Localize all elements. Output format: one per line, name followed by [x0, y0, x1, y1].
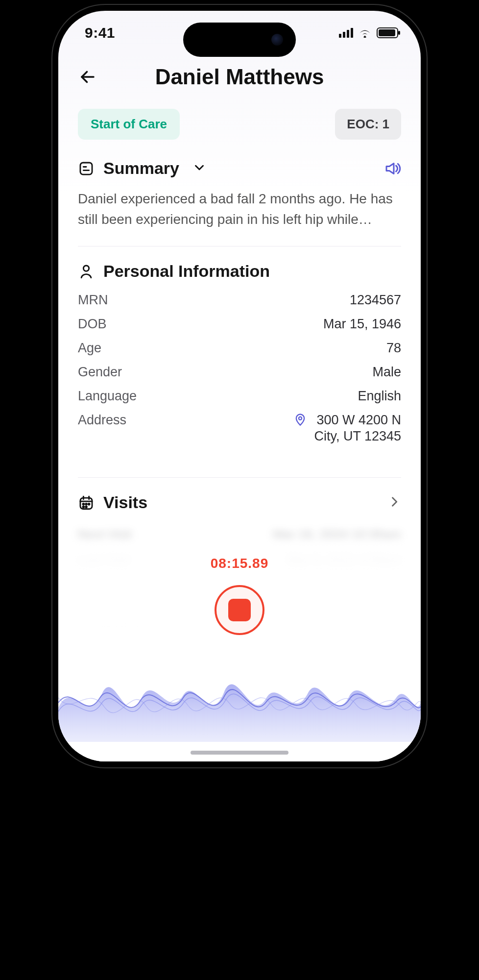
- personal-info-title: Personal Information: [103, 262, 270, 281]
- age-value: 78: [386, 341, 401, 356]
- dob-label: DOB: [78, 317, 107, 332]
- stop-icon: [228, 599, 251, 621]
- back-button[interactable]: [78, 67, 97, 87]
- language-value: English: [358, 389, 401, 404]
- address-row: Address 300 W 4200 N City, UT 12345: [78, 413, 401, 444]
- svg-rect-1: [80, 162, 92, 174]
- dynamic-island: [183, 23, 296, 57]
- recording-overlay: 08:15.89: [58, 528, 421, 761]
- mrn-row: MRN 1234567: [78, 293, 401, 308]
- dob-value: Mar 15, 1946: [323, 317, 401, 332]
- mrn-value: 1234567: [350, 293, 401, 308]
- screen: 9:41 Daniel Matthews: [58, 11, 421, 761]
- page-title: Daniel Matthews: [155, 65, 324, 89]
- summary-icon: [78, 160, 95, 177]
- chevron-right-icon: [387, 495, 401, 511]
- address-label: Address: [78, 413, 126, 428]
- status-time: 9:41: [81, 24, 115, 41]
- home-indicator: [191, 751, 288, 755]
- calendar-icon: [78, 494, 95, 511]
- svg-point-14: [86, 506, 87, 508]
- map-pin-icon: [293, 413, 307, 426]
- svg-point-4: [83, 265, 89, 270]
- divider: [78, 477, 401, 478]
- personal-info-section: Personal Information MRN 1234567 DOB Mar…: [78, 262, 401, 444]
- gender-value: Male: [372, 365, 401, 380]
- phone-frame: 9:41 Daniel Matthews: [51, 4, 428, 768]
- start-of-care-tag[interactable]: Start of Care: [78, 109, 180, 140]
- svg-point-10: [83, 503, 84, 505]
- eoc-tag[interactable]: EOC: 1: [335, 109, 401, 140]
- map-pin-button[interactable]: [293, 413, 307, 430]
- stop-recording-button[interactable]: [215, 585, 264, 635]
- person-icon: [78, 263, 95, 280]
- svg-point-5: [299, 417, 302, 420]
- gender-row: Gender Male: [78, 365, 401, 380]
- arrow-left-icon: [79, 68, 96, 86]
- divider: [78, 246, 401, 246]
- summary-text: Daniel experienced a bad fall 2 months a…: [78, 189, 401, 230]
- address-line2: City, UT 12345: [314, 429, 401, 444]
- header: Daniel Matthews: [58, 65, 421, 89]
- mrn-label: MRN: [78, 293, 108, 308]
- summary-section: Summary Daniel experienced a bad fall 2 …: [78, 159, 401, 230]
- svg-point-11: [86, 503, 87, 505]
- summary-title: Summary: [103, 159, 179, 178]
- care-tags: Start of Care EOC: 1: [78, 109, 401, 140]
- age-row: Age 78: [78, 341, 401, 356]
- dob-row: DOB Mar 15, 1946: [78, 317, 401, 332]
- language-row: Language English: [78, 389, 401, 404]
- language-label: Language: [78, 389, 137, 404]
- visits-title: Visits: [103, 493, 147, 512]
- speaker-icon: [383, 160, 401, 177]
- chevron-down-icon: [192, 160, 207, 177]
- cellular-icon: [339, 28, 353, 38]
- svg-point-13: [83, 506, 84, 508]
- recording-elapsed: 08:15.89: [211, 556, 269, 571]
- waveform: [58, 649, 421, 742]
- speak-summary-button[interactable]: [383, 160, 401, 177]
- age-label: Age: [78, 341, 101, 356]
- summary-header[interactable]: Summary: [78, 159, 401, 178]
- svg-point-12: [88, 503, 90, 505]
- status-indicators: [339, 27, 398, 38]
- wifi-icon: [358, 27, 372, 38]
- battery-icon: [377, 27, 398, 38]
- address-line1: 300 W 4200 N: [314, 413, 401, 428]
- visits-section[interactable]: Visits: [78, 493, 401, 512]
- gender-label: Gender: [78, 365, 122, 380]
